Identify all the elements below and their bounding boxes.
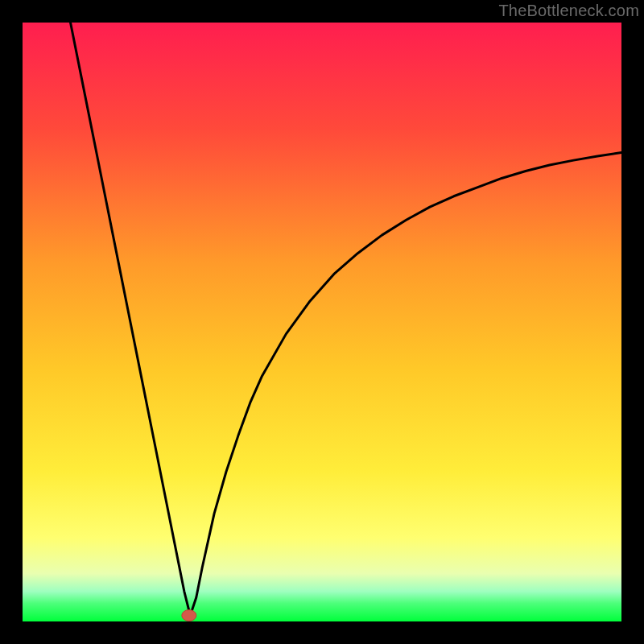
chart-container: TheBottleneck.com: [0, 0, 644, 644]
plot-area: [23, 23, 621, 621]
chart-svg: [0, 0, 644, 644]
watermark-text: TheBottleneck.com: [498, 2, 639, 20]
vertex-marker: [182, 610, 196, 621]
